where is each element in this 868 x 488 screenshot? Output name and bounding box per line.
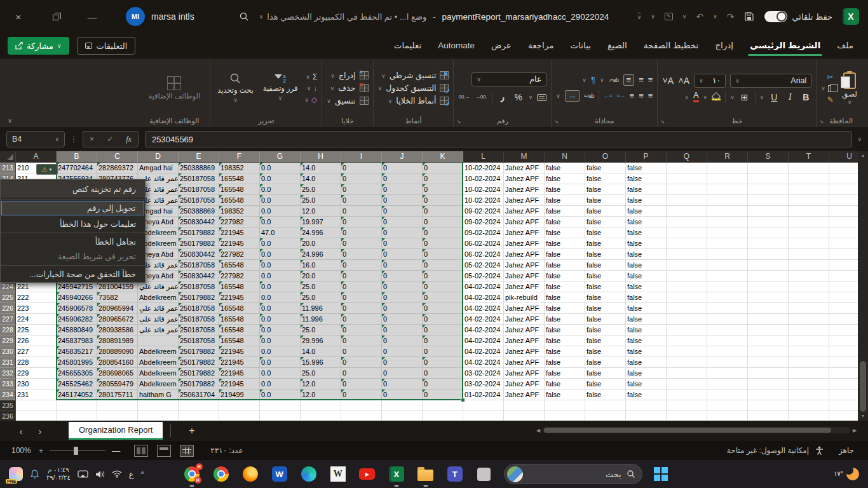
search-icon[interactable] [239,11,249,22]
normal-view-icon[interactable] [180,445,194,457]
bold-button[interactable]: B [800,92,811,102]
cell-B233[interactable]: 245525462 [57,379,97,390]
cell-O214[interactable]: false [585,173,626,184]
merge-center-icon[interactable]: ↔ [565,90,580,102]
cell-H226[interactable]: 11.996 [301,303,341,314]
zoom-level[interactable]: 100% [11,446,31,455]
cell-S227[interactable] [748,314,789,325]
format-painter-icon[interactable]: ✎ [827,95,834,104]
clipboard-dialog-launcher[interactable]: ↘ [819,119,824,125]
cell-D213[interactable]: Amgad hai [138,163,179,173]
cell-N233[interactable]: false [545,379,585,390]
firefox-icon[interactable] [242,466,259,482]
cell-H213[interactable]: 14.0 [301,163,341,173]
cell-E221[interactable]: 250830442 [179,249,219,260]
cell-A226[interactable]: 223 [16,303,57,314]
cell-C230[interactable]: 280889090 [97,346,138,357]
cell-M225[interactable]: pik-rebuild [504,292,545,303]
cell-S224[interactable] [748,281,789,292]
chevron-down-icon[interactable]: ∨ [730,94,735,100]
cell-I231[interactable]: 0 [341,357,382,368]
share-button[interactable]: مشاركة ∨ [8,37,69,55]
cell-B224[interactable]: 245942715 [57,281,97,292]
cell-J214[interactable]: 0 [382,173,423,184]
cell-M216[interactable]: Jahez APF [504,195,545,206]
cell-T231[interactable] [789,357,829,368]
cell-E224[interactable]: 250187058 [179,281,219,292]
cell-A228[interactable]: 225 [16,325,57,336]
chevron-down-icon[interactable]: ∨ [307,85,311,92]
cell-P213[interactable]: false [626,163,667,173]
cell-N231[interactable]: false [545,357,585,368]
cell-E217[interactable]: 250388869 [179,206,219,217]
cell-R223[interactable] [707,271,748,281]
cell-A224[interactable]: 221 [16,281,57,292]
autosum-icon[interactable]: Σ [313,72,317,81]
cell-K221[interactable]: 0 [423,249,463,260]
cell-A229[interactable]: 226 [16,336,57,346]
weather-widget[interactable]: ١٧° [834,468,859,480]
column-header-U[interactable]: U [829,151,858,163]
column-header-P[interactable]: P [626,151,667,163]
sort-filter-button[interactable]: AZ فرز وتصفية ∨ [261,74,301,102]
cell-T216[interactable] [789,195,829,206]
cell-H219[interactable]: 24.996 [301,227,341,238]
cell-T226[interactable] [789,303,829,314]
ribbon-tab-8[interactable]: Automate [430,33,483,58]
cell-Q224[interactable] [667,281,707,292]
underline-button[interactable]: U [768,92,780,102]
error-menu-item-1[interactable]: تحويل إلى رقم [1,201,144,215]
cell-N217[interactable]: false [545,206,585,217]
cell-P216[interactable]: false [626,195,667,206]
cell-J218[interactable]: 0 [382,217,423,227]
document-save-status[interactable]: وضع ا... • تم الحفظ في الكمبيوتر الشخصي … [267,12,426,22]
row-header-213[interactable]: 213 [0,163,16,173]
cell-G226[interactable]: 0.0 [260,303,301,314]
cell-L213[interactable]: 10-02-2024 [463,163,504,173]
cell-H216[interactable]: 25.0 [301,195,341,206]
ribbon-tab-2[interactable]: إدراج [707,33,742,58]
chevron-down-icon[interactable]: ∨ [821,85,825,92]
cell-P225[interactable]: false [626,292,667,303]
cell-O224[interactable]: false [585,281,626,292]
cell-R219[interactable] [707,227,748,238]
cell-T215[interactable] [789,184,829,195]
cell-R228[interactable] [707,325,748,336]
column-header-G[interactable]: G [260,151,301,163]
ribbon-tab-9[interactable]: تعليمات [386,33,430,58]
cell-L223[interactable]: 05-02-2024 [463,271,504,281]
cell-U223[interactable] [829,271,858,281]
cell-O236[interactable] [585,411,626,421]
cell-C227[interactable]: 280965672 [97,314,138,325]
ribbon-tab-1[interactable]: الشريط الرئيسي [742,33,829,58]
cell-J224[interactable]: 0 [382,281,423,292]
cell-P235[interactable] [626,400,667,411]
cell-P221[interactable]: false [626,249,667,260]
chevron-down-icon[interactable]: ∨ [651,13,655,20]
cell-H214[interactable]: 14.0 [301,173,341,184]
cell-S232[interactable] [748,368,789,379]
cell-G223[interactable]: 0.0 [260,271,301,281]
app-window-icon[interactable] [476,466,492,482]
cell-L226[interactable]: 04-02-2024 [463,303,504,314]
cell-P234[interactable]: false [626,390,667,400]
cell-U231[interactable] [829,357,858,368]
cell-F218[interactable]: 227982 [219,217,260,227]
column-header-H[interactable]: H [301,151,341,163]
cell-E232[interactable]: 250179882 [179,368,219,379]
cell-Q217[interactable] [667,206,707,217]
cell-A235[interactable] [16,400,57,411]
cell-R233[interactable] [707,379,748,390]
cell-D230[interactable]: Abdelkreem [138,346,179,357]
cell-J228[interactable]: 0 [382,325,423,336]
cell-M215[interactable]: Jahez APF [504,184,545,195]
cell-P217[interactable]: false [626,206,667,217]
cell-I219[interactable]: 0 [341,227,382,238]
cell-H231[interactable]: 15.996 [301,357,341,368]
cell-Q215[interactable] [667,184,707,195]
cell-styles-button[interactable]: أنماط الخلايا ∨ [378,96,449,105]
cell-H223[interactable]: 20.0 [301,271,341,281]
cell-J233[interactable]: 0 [382,379,423,390]
cell-N222[interactable]: false [545,260,585,271]
cell-G229[interactable]: 0.0 [260,336,301,346]
